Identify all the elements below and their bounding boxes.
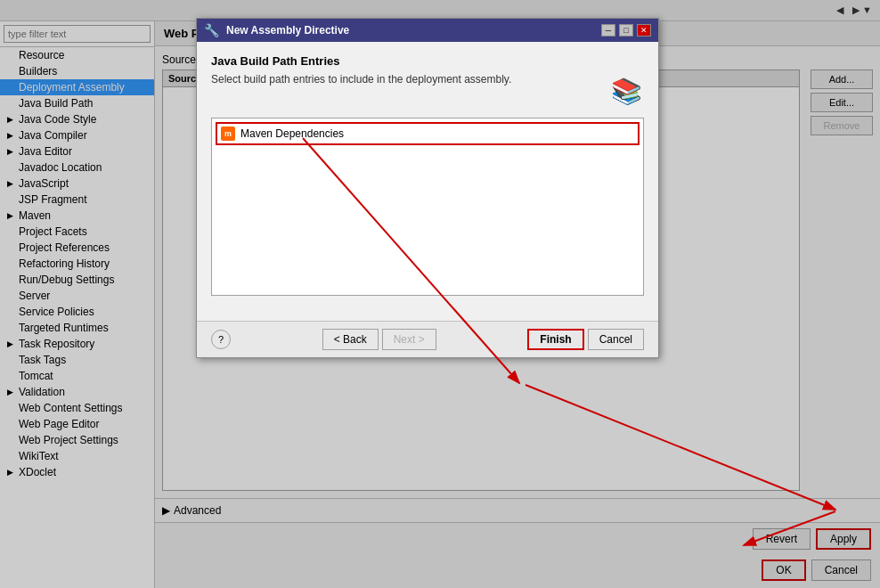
cancel-button-modal[interactable]: Cancel	[588, 329, 644, 350]
help-button[interactable]: ?	[211, 330, 231, 349]
modal-list-area[interactable]: m Maven Dependencies	[211, 118, 644, 296]
modal-description: Select build path entries to include in …	[211, 73, 608, 86]
modal-action-buttons: Finish Cancel	[527, 329, 644, 350]
finish-button[interactable]: Finish	[527, 329, 583, 350]
back-button-modal[interactable]: < Back	[322, 329, 379, 350]
list-item-maven-deps[interactable]: m Maven Dependencies	[216, 122, 640, 145]
modal-title: New Assembly Directive	[226, 24, 349, 37]
modal-desc-row: Select build path entries to include in …	[211, 73, 644, 109]
modal-dialog: 🔧 New Assembly Directive ─ □ ✕ Java Buil…	[196, 18, 659, 358]
books-icon: 📚	[608, 73, 644, 109]
modal-icon-small: 🔧	[204, 23, 219, 37]
maximize-button[interactable]: □	[619, 24, 633, 37]
modal-title-buttons: ─ □ ✕	[601, 24, 651, 37]
next-button-modal[interactable]: Next >	[382, 329, 436, 350]
maven-deps-label: Maven Dependencies	[240, 127, 344, 140]
close-button[interactable]: ✕	[637, 24, 651, 37]
modal-footer: ? < Back Next > Finish Cancel	[197, 321, 658, 357]
modal-section-title: Java Build Path Entries	[211, 54, 644, 68]
maven-icon: m	[221, 127, 235, 141]
modal-body: Java Build Path Entries Select build pat…	[197, 42, 658, 321]
modal-titlebar: 🔧 New Assembly Directive ─ □ ✕	[197, 19, 658, 42]
minimize-button[interactable]: ─	[601, 24, 615, 37]
modal-overlay: 🔧 New Assembly Directive ─ □ ✕ Java Buil…	[0, 0, 880, 588]
modal-nav-buttons: < Back Next >	[322, 329, 436, 350]
